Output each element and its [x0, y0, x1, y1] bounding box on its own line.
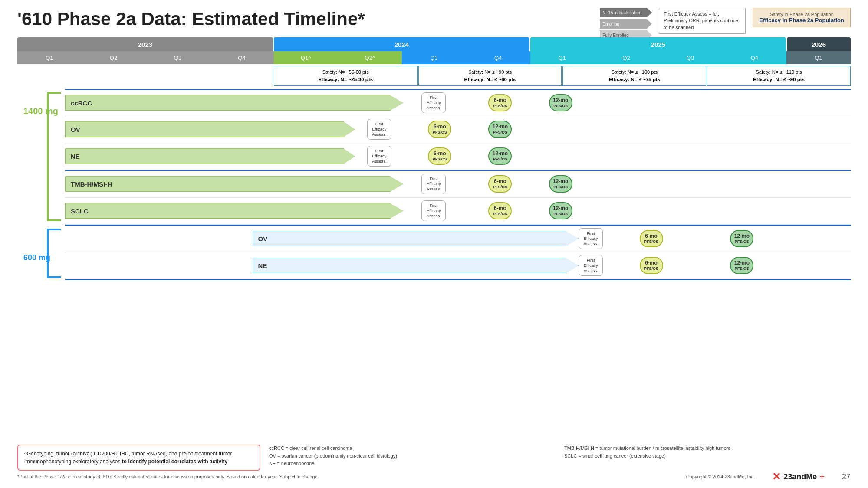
q-2024-q4: Q4	[466, 51, 530, 64]
ov-600-assess: First Efficacy Assess.	[579, 228, 603, 249]
ne-600-6mo: 6-moPFS/OS	[640, 257, 663, 274]
safety-box-bottom: Efficacy in Phase 2a Population	[759, 17, 844, 23]
row-ov-1400: OV First Efficacy Assess. 6-moPFS/OS 12-…	[65, 116, 851, 143]
info-row: Safety: N= ~55-60 pts Efficacy: N= ~25-3…	[274, 66, 851, 86]
cohort-area: 1400 mg .cohort-rows-1400 { margin-left:…	[17, 89, 851, 280]
logo-icon: ✕	[772, 471, 781, 483]
copyright: Copyright © 2024 23andMe, Inc.	[686, 474, 755, 479]
year-2025: 2025	[530, 37, 786, 51]
footnote-area: ^Genotyping, tumor (archival) CD200/R1 I…	[17, 445, 851, 471]
info-box-3: Safety: N= ≤ ~100 pts Efficacy: N= ≤ ~75…	[562, 66, 706, 86]
legend-label-2: Enrolling	[602, 22, 619, 26]
ccrcc-assess: First Efficacy Assess.	[421, 92, 446, 113]
ov-600-label: OV	[253, 235, 268, 242]
legend-label-1: N=15 in each cohort	[602, 10, 641, 15]
ne-1400-arrow: NE	[65, 148, 355, 164]
tmb-6mo: 6-moPFS/OS	[488, 175, 512, 193]
ov-600-arrow: OV	[253, 231, 579, 246]
ov-600-12mo: 12-moPFS/OS	[730, 230, 753, 247]
year-bar: 2023 2024 2025 2026	[17, 37, 851, 51]
row-tmb: TMB-H/MSI-H First Efficacy Assess. 6-moP…	[65, 171, 851, 198]
footnote-text-bold: to identify potential correlates with ac…	[122, 459, 227, 465]
bracket-1400-svg	[43, 89, 65, 224]
tmb-arrow: TMB-H/MSI-H	[65, 176, 404, 192]
legend-area: N=15 in each cohort Enrolling Fully Enro…	[600, 8, 851, 40]
legend-items: N=15 in each cohort Enrolling Fully Enro…	[600, 8, 652, 40]
q-2023-q1: Q1	[17, 51, 82, 64]
legend-safety-box: Safety in Phase 2a Population Efficacy i…	[753, 8, 851, 27]
section-divider-3	[65, 279, 851, 280]
tmb-12mo: 12-moPFS/OS	[549, 175, 572, 193]
q-2024-q2: Q2^	[338, 51, 402, 64]
year-2026: 2026	[787, 37, 851, 51]
ccrcc-12mo: 12-moPFS/OS	[549, 94, 572, 111]
ne-600-12mo: 12-moPFS/OS	[730, 257, 753, 274]
q-2023-q3: Q3	[145, 51, 210, 64]
ne-1400-label: NE	[66, 153, 80, 160]
q-2024-q3: Q3	[402, 51, 466, 64]
q-2025-q1: Q1	[530, 51, 595, 64]
ov-1400-12mo: 12-moPFS/OS	[488, 121, 512, 138]
info-efficacy-3: Efficacy: N= ≤ ~75 pts	[608, 77, 660, 82]
row-ov-600: OV First Efficacy Assess. 6-moPFS/OS 12-…	[65, 226, 851, 252]
legend-label-3: Fully Enrolled	[602, 33, 629, 38]
ne-600-label: NE	[253, 262, 267, 269]
sclc-6mo: 6-moPFS/OS	[488, 202, 512, 219]
legend-item-2: Enrolling	[600, 19, 652, 29]
ov-1400-6mo: 6-moPFS/OS	[428, 121, 451, 138]
info-box-2: Safety: N= ≤ ~90 pts Efficacy: N= ≤ ~60 …	[418, 66, 562, 86]
ccrcc-label: ccRCC	[66, 99, 92, 107]
footnote-abbr2: TMB-H/MSI-H = tumor mutational burden / …	[564, 445, 851, 460]
info-safety-4: Safety: N= ≤ ~110 pts	[712, 69, 846, 76]
footnote-main: ^Genotyping, tumor (archival) CD200/R1 I…	[17, 445, 260, 471]
q-2025-q4: Q4	[723, 51, 787, 64]
ov-600-6mo: 6-moPFS/OS	[640, 230, 663, 247]
cohort-rows-600: OV First Efficacy Assess. 6-moPFS/OS 12-…	[65, 226, 851, 280]
info-safety-1: Safety: N= ~55-60 pts	[279, 69, 413, 76]
info-safety-2: Safety: N= ≤ ~90 pts	[423, 69, 557, 76]
ccrcc-arrow: ccRCC	[65, 95, 404, 111]
info-box-4: Safety: N= ≤ ~110 pts Efficacy: N= ≤ ~90…	[707, 66, 851, 86]
logo-text: 23andMe	[783, 472, 817, 481]
q-2025-q3: Q3	[658, 51, 723, 64]
tmb-assess: First Efficacy Assess.	[421, 174, 446, 194]
sclc-12mo: 12-moPFS/OS	[549, 202, 572, 219]
page-number: 27	[842, 472, 851, 481]
q-2026-q1: Q1	[786, 51, 851, 64]
year-2023: 2023	[17, 37, 273, 51]
q-2025-q2: Q2	[594, 51, 658, 64]
sclc-arrow: SCLC	[65, 203, 404, 219]
row-ne-600: NE First Efficacy Assess. 6-moPFS/OS 12-…	[65, 252, 851, 279]
legend-item-1: N=15 in each cohort	[600, 8, 652, 17]
row-ne-1400: NE First Efficacy Assess. 6-moPFS/OS 12-…	[65, 143, 851, 170]
page: '610 Phase 2a Data: Estimated Timeline* …	[0, 0, 868, 488]
ne-600-arrow: NE	[253, 258, 579, 273]
info-box-1: Safety: N= ~55-60 pts Efficacy: N= ~25-3…	[274, 66, 418, 86]
info-safety-3: Safety: N= ≤ ~100 pts	[567, 69, 701, 76]
tmb-label: TMB-H/MSI-H	[66, 180, 112, 188]
q-2024-q1: Q1^	[274, 51, 338, 64]
sclc-assess: First Efficacy Assess.	[421, 200, 446, 221]
info-efficacy-1: Efficacy: N= ~25-30 pts	[318, 77, 373, 82]
ne-600-assess: First Efficacy Assess.	[579, 255, 603, 276]
cohort-rows-1400: ccRCC First Efficacy Assess. 6-moPFS/OS …	[65, 89, 851, 226]
logo-area: ✕ 23andMe +	[772, 471, 825, 483]
legend-efficacy-note: First Efficacy Assess = ie., Preliminary…	[659, 8, 746, 34]
ne-1400-6mo: 6-moPFS/OS	[428, 147, 451, 165]
footnote-abbr1: ccRCC = clear cell renal cell carcinoma …	[269, 445, 556, 468]
year-2024: 2024	[274, 37, 529, 51]
ccrcc-6mo: 6-moPFS/OS	[488, 94, 512, 111]
logo-superscript: +	[819, 472, 825, 482]
info-efficacy-4: Efficacy: N= ≤ ~90 pts	[753, 77, 805, 82]
row-ccrcc: ccRCC First Efficacy Assess. 6-moPFS/OS …	[65, 89, 851, 116]
dose-600-label: 600 mg	[23, 253, 50, 262]
ov-1400-label: OV	[66, 126, 80, 133]
q-2023-q2: Q2	[82, 51, 146, 64]
quarter-bar: Q1 Q2 Q3 Q4 Q1^ Q2^ Q3 Q4 Q1 Q2 Q3 Q4 Q1	[17, 51, 851, 64]
sclc-label: SCLC	[66, 207, 89, 215]
disclaimer: *Part of the Phase 1/2a clinical study o…	[17, 474, 319, 479]
ov-1400-arrow: OV	[65, 121, 355, 137]
ne-1400-12mo: 12-moPFS/OS	[488, 147, 512, 165]
bottom-bar: *Part of the Phase 1/2a clinical study o…	[17, 471, 851, 483]
row-sclc: SCLC First Efficacy Assess. 6-moPFS/OS 1…	[65, 198, 851, 225]
